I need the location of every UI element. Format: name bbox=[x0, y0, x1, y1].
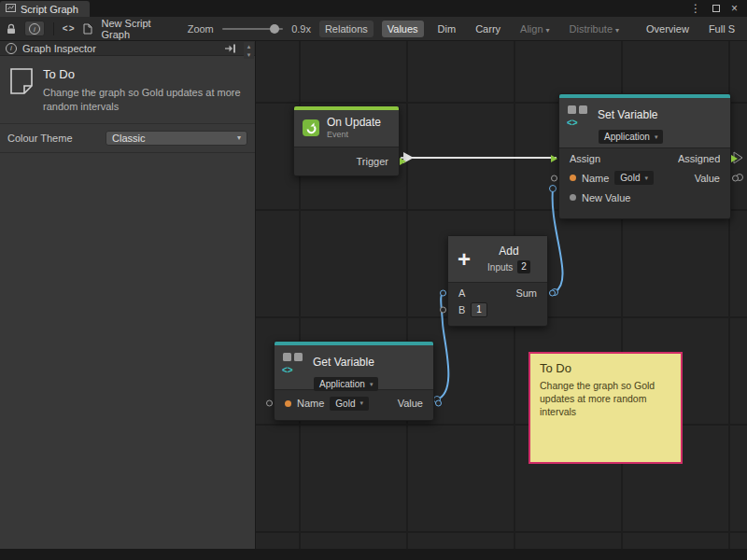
align-label: Align bbox=[520, 23, 543, 35]
port-a-row: A Sum bbox=[448, 285, 547, 301]
b-value-field[interactable]: 1 bbox=[471, 302, 487, 317]
status-bar bbox=[0, 549, 747, 560]
name-label: Name bbox=[297, 398, 324, 409]
name-row: Name Gold ▾ Value bbox=[275, 392, 433, 414]
node-header: + Add Inputs 2 bbox=[448, 236, 547, 283]
note-text: To Do Change the graph so Gold updates a… bbox=[43, 67, 241, 114]
assign-row: Assign Assigned bbox=[559, 148, 730, 168]
name-value-in-port[interactable] bbox=[551, 175, 557, 181]
b-port-label: B bbox=[458, 304, 465, 315]
scroll-down-icon[interactable]: ▾ bbox=[247, 50, 251, 59]
info-icon: i bbox=[29, 23, 40, 35]
value-out-port[interactable] bbox=[435, 400, 442, 407]
value-port-label: Value bbox=[398, 398, 423, 409]
node-on-update[interactable]: On Update Event Trigger bbox=[293, 105, 400, 176]
colour-theme-value: Classic bbox=[112, 133, 145, 144]
graph-file-icon bbox=[83, 23, 92, 35]
code-icon: <> bbox=[282, 365, 293, 375]
node-body: Name Gold ▾ Value bbox=[275, 390, 433, 420]
maximize-icon[interactable] bbox=[712, 5, 720, 12]
carry-button[interactable]: Carry bbox=[470, 21, 506, 37]
chevron-down-icon: ▾ bbox=[655, 133, 658, 141]
node-body: Trigger bbox=[294, 147, 399, 175]
graph-canvas[interactable]: On Update Event Trigger bbox=[256, 41, 747, 549]
sticky-note-body: Change the graph so Gold updates at more… bbox=[540, 380, 655, 419]
menu-icon[interactable]: ⋮ bbox=[690, 3, 701, 14]
variable-name-value: Gold bbox=[620, 173, 640, 183]
chevron-down-icon: ▾ bbox=[644, 175, 648, 182]
distribute-dropdown[interactable]: Distribute▾ bbox=[564, 21, 625, 37]
plus-icon: + bbox=[458, 250, 471, 269]
assign-flow-in-port[interactable] bbox=[551, 155, 557, 162]
graph-name: New Script Graph bbox=[101, 18, 165, 40]
on-update-icon bbox=[302, 119, 320, 137]
name-value-in-port[interactable] bbox=[266, 400, 273, 407]
variable-name-value: Gold bbox=[335, 399, 355, 409]
node-header: <> Set Variable Application ▾ bbox=[559, 98, 730, 148]
colour-theme-row: Colour Theme Classic ▾ bbox=[0, 123, 255, 153]
value-port-label: Value bbox=[695, 173, 720, 184]
sticky-note-title: To Do bbox=[540, 361, 671, 375]
sum-port-label: Sum bbox=[515, 287, 537, 299]
value-literal-dot bbox=[570, 194, 576, 201]
code-icon: <> bbox=[567, 118, 578, 128]
chevron-down-icon: ▾ bbox=[546, 26, 550, 35]
variable-scope-dropdown[interactable]: Application ▾ bbox=[314, 377, 378, 391]
values-button[interactable]: Values bbox=[382, 21, 424, 37]
overview-button[interactable]: Overview bbox=[641, 21, 695, 37]
inspector-scrollbar[interactable]: ▴ ▾ bbox=[244, 42, 254, 59]
assigned-flow-out-port[interactable] bbox=[731, 155, 738, 162]
a-port-label: A bbox=[458, 287, 465, 299]
relations-button[interactable]: Relations bbox=[319, 21, 374, 37]
script-graph-window: Script Graph ⋮ × i <> New Script Graph Z… bbox=[0, 0, 747, 560]
tab-script-graph[interactable]: Script Graph bbox=[0, 1, 90, 17]
node-body: Assign Assigned Name Gold ▾ Value bbox=[559, 148, 730, 218]
a-value-in-port[interactable] bbox=[440, 290, 446, 297]
node-set-variable[interactable]: <> Set Variable Application ▾ Assign Ass… bbox=[558, 93, 731, 219]
node-add[interactable]: + Add Inputs 2 A Sum bbox=[447, 235, 548, 327]
window-tab-bar: Script Graph ⋮ × bbox=[0, 0, 747, 17]
variable-name-dropdown[interactable]: Gold ▾ bbox=[330, 397, 369, 411]
zoom-slider-thumb[interactable] bbox=[270, 24, 279, 34]
align-dropdown[interactable]: Align▾ bbox=[514, 21, 555, 37]
assigned-port-label: Assigned bbox=[678, 153, 720, 164]
distribute-label: Distribute bbox=[570, 23, 613, 35]
node-body: A Sum B 1 bbox=[448, 283, 547, 326]
chevron-down-icon: ▾ bbox=[615, 26, 619, 35]
inspector-header: i Graph Inspector bbox=[0, 41, 255, 56]
node-subtitle: Event bbox=[327, 130, 381, 139]
node-title: Add bbox=[499, 245, 518, 258]
close-icon[interactable]: × bbox=[731, 3, 738, 14]
variable-scope-dropdown[interactable]: Application ▾ bbox=[599, 130, 663, 144]
variable-icon: <> bbox=[567, 104, 591, 126]
b-value-in-port[interactable] bbox=[440, 307, 446, 314]
zoom-label: Zoom bbox=[188, 23, 214, 35]
scroll-up-icon[interactable]: ▴ bbox=[247, 42, 251, 50]
sticky-note-icon bbox=[9, 67, 34, 114]
inspector-toggle-button[interactable]: i bbox=[24, 21, 45, 37]
sticky-note[interactable]: To Do Change the graph so Gold updates a… bbox=[529, 352, 683, 464]
value-out-port[interactable] bbox=[732, 175, 739, 181]
graph-toolbar: i <> New Script Graph Zoom 0.9x Relation… bbox=[0, 17, 747, 41]
note-title: To Do bbox=[43, 67, 241, 81]
script-graph-icon bbox=[6, 3, 16, 15]
inputs-count[interactable]: 2 bbox=[517, 260, 530, 273]
variable-name-dropdown[interactable]: Gold ▾ bbox=[614, 171, 654, 185]
fullscreen-button[interactable]: Full S bbox=[703, 21, 740, 37]
lock-icon[interactable] bbox=[7, 23, 16, 35]
dock-panel-icon[interactable] bbox=[224, 44, 236, 53]
colour-theme-dropdown[interactable]: Classic ▾ bbox=[106, 131, 247, 146]
string-literal-dot bbox=[285, 400, 291, 407]
zoom-slider[interactable] bbox=[222, 28, 283, 30]
sum-value-out-port[interactable] bbox=[549, 290, 556, 297]
trigger-flow-out-port[interactable] bbox=[400, 158, 406, 165]
new-value-row: New Value bbox=[559, 188, 730, 207]
string-literal-dot bbox=[570, 175, 576, 181]
code-preview-icon[interactable]: <> bbox=[63, 23, 76, 34]
dim-button[interactable]: Dim bbox=[432, 21, 462, 37]
scope-value: Application bbox=[319, 379, 365, 389]
node-header: On Update Event bbox=[294, 110, 399, 147]
inspector-note: To Do Change the graph so Gold updates a… bbox=[0, 56, 255, 123]
chevron-down-icon: ▾ bbox=[237, 133, 241, 142]
node-get-variable[interactable]: <> Get Variable Application ▾ Name bbox=[274, 341, 434, 421]
